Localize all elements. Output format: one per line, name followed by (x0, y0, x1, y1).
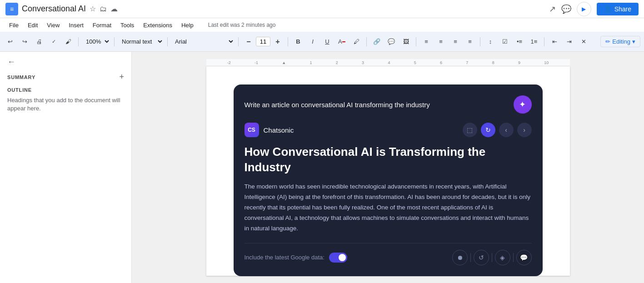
text-style-select[interactable]: Normal text Heading 1 Heading 2 Heading … (118, 37, 164, 46)
align-left-button[interactable]: ≡ (420, 35, 433, 48)
menu-item-view[interactable]: View (43, 20, 63, 30)
title-right-controls: ↗ 💬 ▶ 👤 Share (549, 2, 639, 16)
increase-indent-button[interactable]: ⇥ (563, 35, 575, 48)
record-button[interactable]: ⏺ (452, 250, 468, 265)
align-justify-button[interactable]: ≡ (464, 35, 476, 48)
link-button[interactable]: 🔗 (370, 35, 383, 48)
toolbar-divider-2 (114, 37, 115, 46)
prev-button[interactable]: ‹ (499, 123, 514, 137)
bold-button[interactable]: B (292, 35, 305, 48)
prompt-text: Write an article on conversational AI tr… (245, 101, 514, 109)
align-center-button[interactable]: ≡ (434, 35, 447, 48)
toolbar-divider-8 (480, 37, 480, 46)
ruler: -2 -1 ▲ 1 2 3 4 5 6 7 8 9 10 (206, 59, 570, 66)
spellcheck-button[interactable]: ✓ (47, 35, 60, 48)
chevron-right-icon: › (523, 126, 525, 134)
clear-formatting-button[interactable]: ✕ (577, 35, 590, 48)
toolbar-divider-6 (366, 37, 367, 46)
cloud-icon[interactable]: ☁ (110, 5, 118, 13)
font-select[interactable]: Arial Times New Roman Georgia (171, 37, 235, 46)
font-size-input[interactable] (256, 37, 270, 46)
chevron-left-icon: ‹ (505, 126, 507, 134)
image-button[interactable]: 🖼 (399, 35, 412, 48)
layers-icon: ◈ (500, 254, 505, 261)
google-toggle-label: Include the latest Google data: (245, 254, 324, 261)
document-title[interactable]: Conversational AI (22, 4, 86, 14)
prompt-row: Write an article on conversational AI tr… (245, 95, 532, 114)
toolbar-divider-7 (416, 37, 416, 46)
sidebar: ← SUMMARY + OUTLINE Headings that you ad… (0, 52, 132, 283)
menu-item-help[interactable]: Help (178, 20, 197, 30)
menu-item-format[interactable]: Format (89, 20, 115, 30)
docs-app-icon: ≡ (5, 3, 18, 15)
editing-mode-button[interactable]: ✏ Editing ▾ (600, 36, 640, 47)
pencil-icon: ✏ (605, 38, 610, 45)
last-edit-status[interactable]: Last edit was 2 minutes ago (205, 20, 280, 30)
add-summary-button[interactable]: + (119, 72, 124, 82)
copy-button[interactable]: ⬚ (463, 123, 477, 137)
record-icon: ⏺ (457, 254, 463, 261)
article-title: How Conversational AI is Transforming th… (245, 144, 532, 175)
share-button[interactable]: 👤 Share (597, 3, 639, 15)
summary-label: SUMMARY (7, 74, 35, 80)
main-area: ← SUMMARY + OUTLINE Headings that you ad… (0, 52, 644, 283)
prompt-action-button[interactable]: ✦ (514, 95, 532, 114)
italic-button[interactable]: I (306, 35, 319, 48)
folder-icon[interactable]: 🗂 (100, 5, 107, 13)
font-size-control: − + (242, 35, 284, 48)
outline-description: Headings that you add to the document wi… (7, 96, 124, 113)
refresh-button[interactable]: ↻ (481, 123, 495, 137)
chatsonic-avatar: CS (245, 123, 259, 137)
refresh-icon: ↻ (485, 126, 491, 134)
menu-item-edit[interactable]: Edit (24, 20, 41, 30)
chatsonic-logo: CS Chatsonic (245, 123, 294, 137)
chatsonic-header: CS Chatsonic ⬚ ↻ ‹ (245, 123, 532, 137)
align-right-button[interactable]: ≡ (449, 35, 462, 48)
chat-bubble-icon[interactable]: 💬 (561, 4, 571, 14)
print-button[interactable]: 🖨 (33, 35, 45, 48)
toolbar-divider-1 (78, 37, 79, 46)
menu-item-extensions[interactable]: Extensions (140, 20, 176, 30)
paint-format-button[interactable]: 🖌 (62, 35, 75, 48)
redo-button[interactable]: ↪ (18, 35, 31, 48)
document-area: -2 -1 ▲ 1 2 3 4 5 6 7 8 9 10 Write an (132, 52, 644, 283)
title-bar: ≡ Conversational AI ☆ 🗂 ☁ ↗ 💬 ▶ 👤 Share (0, 0, 644, 18)
back-button[interactable]: ← (7, 57, 15, 67)
google-data-toggle[interactable] (329, 253, 347, 263)
google-meet-icon[interactable]: ▶ (577, 2, 591, 16)
decrease-indent-button[interactable]: ⇤ (548, 35, 561, 48)
next-button[interactable]: › (517, 123, 532, 137)
undo-button[interactable]: ↩ (4, 35, 16, 48)
undo-action-button[interactable]: ↺ (474, 250, 489, 265)
share-person-icon: 👤 (604, 5, 612, 13)
action-separator-3 (513, 253, 514, 262)
summary-section-header: SUMMARY + (7, 72, 124, 82)
chatsonic-card: Write an article on conversational AI tr… (234, 84, 543, 276)
star-icon[interactable]: ☆ (90, 5, 96, 13)
menu-item-insert[interactable]: Insert (65, 20, 87, 30)
highlight-button[interactable]: 🖊 (350, 35, 363, 48)
text-color-button[interactable]: A (335, 35, 348, 48)
trending-icon[interactable]: ↗ (549, 4, 556, 14)
bottom-bar: Include the latest Google data: ⏺ ↺ (245, 243, 532, 265)
numbered-list-button[interactable]: 1≡ (528, 35, 540, 48)
comment-button[interactable]: 💬 (385, 35, 398, 48)
font-size-increase[interactable]: + (271, 35, 284, 48)
checklist-button[interactable]: ☑ (499, 35, 511, 48)
document-page[interactable]: Write an article on conversational AI tr… (206, 66, 570, 276)
action-separator-1 (470, 253, 471, 262)
toolbar-divider-5 (288, 37, 288, 46)
article-body: The modern world has seen incredible tec… (245, 182, 532, 234)
zoom-select[interactable]: 100% 75% 125% 150% (82, 37, 110, 46)
menu-item-file[interactable]: File (5, 20, 22, 30)
chatsonic-name: Chatsonic (264, 126, 294, 134)
underline-button[interactable]: U (321, 35, 334, 48)
sparkle-icon: ✦ (519, 99, 526, 109)
message-button[interactable]: 💬 (516, 250, 532, 265)
layers-button[interactable]: ◈ (495, 250, 510, 265)
bullet-list-button[interactable]: •≡ (513, 35, 526, 48)
line-spacing-button[interactable]: ↕ (484, 35, 497, 48)
menu-item-tools[interactable]: Tools (117, 20, 138, 30)
undo-icon: ↺ (479, 254, 484, 261)
font-size-decrease[interactable]: − (242, 35, 255, 48)
